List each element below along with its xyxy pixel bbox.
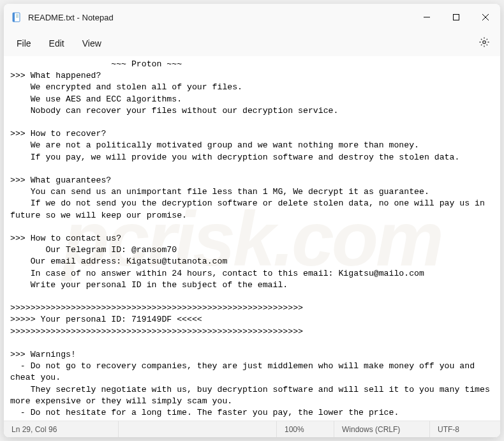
status-cursor-position: Ln 29, Col 96 [4,421,119,437]
svg-rect-6 [454,15,459,20]
text-editor[interactable]: pcrisk.com ~~~ Proton ~~~ >>> What happe… [4,56,500,421]
gear-icon [478,39,490,50]
svg-point-9 [483,41,485,43]
menubar: File Edit View [4,31,500,56]
window-controls [412,4,500,31]
notepad-window: README.txt - Notepad File Edit View [4,4,500,437]
notepad-icon [11,12,22,22]
menu-view[interactable]: View [73,34,110,52]
minimize-button[interactable] [412,4,441,31]
titlebar: README.txt - Notepad [4,4,500,31]
status-encoding: UTF-8 [430,421,500,437]
svg-rect-1 [13,13,15,22]
menu-edit[interactable]: Edit [40,34,73,52]
statusbar: Ln 29, Col 96 100% Windows (CRLF) UTF-8 [4,421,500,437]
menu-file[interactable]: File [8,34,40,52]
status-zoom[interactable]: 100% [277,421,334,437]
maximize-button[interactable] [441,4,471,31]
document-text: ~~~ Proton ~~~ >>> What happened? We enc… [10,59,495,421]
status-line-ending: Windows (CRLF) [334,421,430,437]
window-title: README.txt - Notepad [28,13,114,22]
settings-button[interactable] [475,33,494,54]
close-button[interactable] [471,4,500,31]
